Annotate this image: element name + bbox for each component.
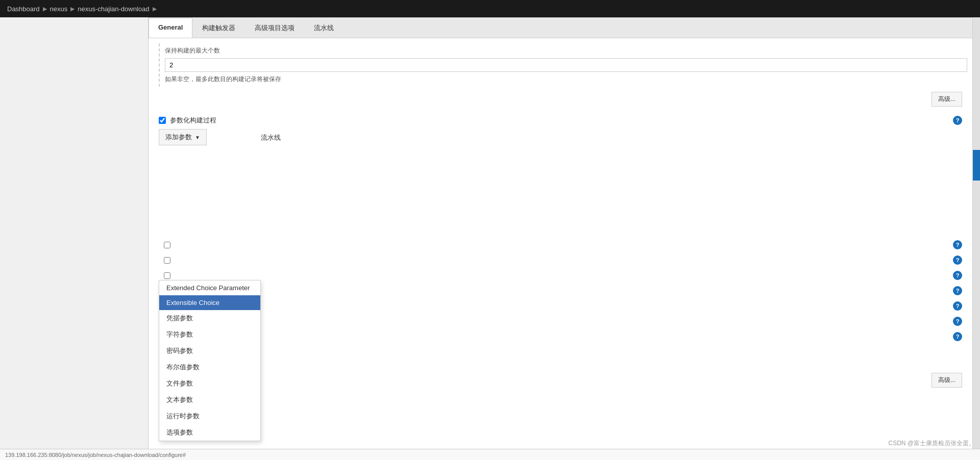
quiet-period-row: 静默期 ? xyxy=(149,314,972,329)
help-icon-3[interactable]: ? xyxy=(953,271,962,280)
tab-general[interactable]: General xyxy=(149,18,192,38)
parameterized-checkbox[interactable] xyxy=(159,117,166,124)
config-checkbox-1[interactable] xyxy=(164,242,170,248)
config-row-4: ? xyxy=(149,283,972,298)
config-row-5: ? xyxy=(149,298,972,314)
breadcrumb-dashboard[interactable]: Dashboard xyxy=(7,5,40,13)
config-checkbox-2[interactable] xyxy=(164,257,170,264)
watermark: CSDN @富士康质检员张全蛋。 xyxy=(888,439,975,448)
dropdown-item-char-param[interactable]: 字符参数 xyxy=(159,326,260,343)
config-row-1: ? xyxy=(149,237,972,252)
dropdown-item-runtime-param[interactable]: 运行时参数 xyxy=(159,408,260,424)
add-param-label: 添加参数 xyxy=(165,133,192,142)
max-builds-input[interactable] xyxy=(165,58,967,72)
help-icon-1[interactable]: ? xyxy=(953,240,962,249)
parameterized-label: 参数化构建过程 xyxy=(170,116,216,125)
max-builds-hint: 如果非空，最多此数目的构建记录将被保存 xyxy=(165,75,972,84)
dropdown-item-extended-choice[interactable]: Extended Choice Parameter xyxy=(159,280,260,295)
config-row-2: ? xyxy=(149,252,972,268)
dropdown-menu: Extended Choice Parameter Extensible Cho… xyxy=(159,280,261,441)
additional-options: ? ? ? ? xyxy=(149,237,972,430)
parameterized-help-icon[interactable]: ? xyxy=(953,116,962,125)
param-area: 添加参数 ▼ Extended Choice Parameter Extensi… xyxy=(149,129,972,145)
dropdown-item-text-param[interactable]: 文本参数 xyxy=(159,392,260,408)
breadcrumb-project[interactable]: nexus-chajian-download xyxy=(78,5,149,13)
dropdown-item-file-param[interactable]: 文件参数 xyxy=(159,375,260,392)
add-param-button[interactable]: 添加参数 ▼ xyxy=(159,129,207,145)
dropdown-item-extensible-choice[interactable]: Extensible Choice xyxy=(159,295,260,310)
parameterized-row: 参数化构建过程 ? xyxy=(149,112,972,129)
config-checkbox-3[interactable] xyxy=(164,272,170,279)
breadcrumb-sep-1: ▶ xyxy=(43,6,47,12)
left-sidebar xyxy=(0,17,148,460)
advanced-section-heading: 高级项目选项 xyxy=(149,344,972,368)
advanced-button-row-1: 高级... xyxy=(149,87,972,112)
remote-trigger-row: 触发远程构建 (例如,使用脚本) ? xyxy=(149,329,972,344)
advanced-button-2[interactable]: 高级... xyxy=(932,373,962,388)
help-icon-5[interactable]: ? xyxy=(953,301,962,311)
pipeline-text: 流水线 xyxy=(261,133,281,142)
max-builds-section: 保持构建的最大个数 如果非空，最多此数目的构建记录将被保存 xyxy=(159,43,972,87)
tab-build-trigger[interactable]: 构建触发器 xyxy=(192,18,245,38)
center-panel: General 构建触发器 高级项目选项 流水线 保持构建的最大个数 如果非空，… xyxy=(148,17,973,460)
config-row-3: ? xyxy=(149,268,972,283)
scrollbar-thumb[interactable] xyxy=(973,150,980,181)
tabs-bar: General 构建触发器 高级项目选项 流水线 xyxy=(149,18,972,38)
breadcrumb: Dashboard ▶ nexus ▶ nexus-chajian-downlo… xyxy=(0,0,980,17)
quiet-period-help-icon[interactable]: ? xyxy=(953,317,962,326)
dropdown-arrow-icon: ▼ xyxy=(195,135,200,140)
tab-pipeline[interactable]: 流水线 xyxy=(304,18,344,38)
dropdown-item-credential[interactable]: 凭据参数 xyxy=(159,310,260,326)
help-icon-4[interactable]: ? xyxy=(953,286,962,295)
breadcrumb-sep-2: ▶ xyxy=(70,6,75,12)
status-bar: 139.198.166.235:8080/job/nexus/job/nexus… xyxy=(0,449,980,460)
bottom-buttons-area: 保存 应用 xyxy=(149,398,972,430)
advanced-button-1[interactable]: 高级... xyxy=(932,92,962,107)
breadcrumb-nexus[interactable]: nexus xyxy=(50,5,68,13)
advanced-button-row-2: 高级... xyxy=(149,368,972,393)
dropdown-item-bool-param[interactable]: 布尔值参数 xyxy=(159,359,260,375)
remote-trigger-help-icon[interactable]: ? xyxy=(953,332,962,341)
right-scrollbar[interactable] xyxy=(973,17,980,460)
max-builds-label: 保持构建的最大个数 xyxy=(165,46,972,55)
status-url: 139.198.166.235:8080/job/nexus/job/nexus… xyxy=(5,452,186,458)
help-icon-2[interactable]: ? xyxy=(953,255,962,265)
dropdown-item-password-param[interactable]: 密码参数 xyxy=(159,343,260,359)
breadcrumb-sep-3: ▶ xyxy=(153,6,157,12)
tab-content: 保持构建的最大个数 如果非空，最多此数目的构建记录将被保存 高级... 参数化构… xyxy=(149,38,972,458)
tab-advanced-options[interactable]: 高级项目选项 xyxy=(245,18,304,38)
dropdown-item-option-param[interactable]: 选项参数 xyxy=(159,424,260,441)
